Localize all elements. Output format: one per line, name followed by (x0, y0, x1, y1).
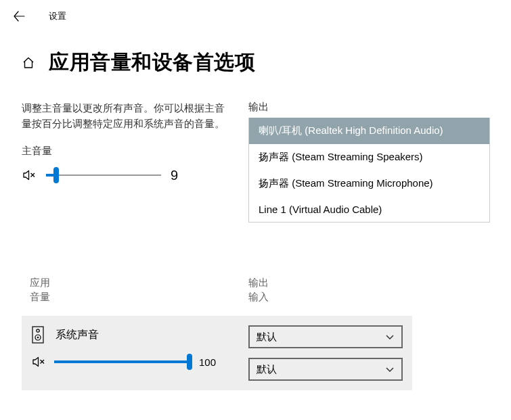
chevron-down-icon (385, 332, 395, 342)
description-text: 调整主音量以更改所有声音。你可以根据主音量按百分比调整特定应用和系统声音的音量。 (22, 101, 225, 131)
master-volume-label: 主音量 (22, 145, 248, 158)
master-volume-slider[interactable] (46, 167, 161, 183)
output-option[interactable]: 扬声器 (Steam Streaming Speakers) (249, 144, 489, 170)
app-name: 系统声音 (55, 328, 99, 342)
back-button[interactable] (5, 3, 32, 30)
left-column: 调整主音量以更改所有声音。你可以根据主音量按百分比调整特定应用和系统声音的音量。… (22, 101, 248, 223)
th-output: 输出 (248, 275, 489, 289)
app-input-select[interactable]: 默认 (248, 358, 403, 381)
output-option[interactable]: Line 1 (Virtual Audio Cable) (249, 197, 489, 222)
page-header: 应用音量和设备首选项 (0, 32, 511, 85)
page-title: 应用音量和设备首选项 (49, 49, 255, 76)
output-dropdown-expanded[interactable]: 喇叭/耳机 (Realtek High Definition Audio)扬声器… (248, 118, 490, 223)
speaker-muted-icon (32, 354, 47, 369)
output-label: 输出 (248, 101, 490, 114)
table-headers: 应用 音量 输出 输入 (22, 275, 489, 304)
home-icon (22, 56, 35, 70)
back-arrow-icon (13, 10, 25, 22)
th-app: 应用 (30, 275, 248, 289)
output-option[interactable]: 喇叭/耳机 (Realtek High Definition Audio) (249, 118, 489, 144)
chevron-down-icon (385, 365, 395, 374)
master-volume-value: 9 (171, 168, 178, 183)
master-mute-button[interactable] (22, 167, 38, 183)
right-column: 输出 喇叭/耳机 (Realtek High Definition Audio)… (248, 101, 490, 223)
app-title: 设置 (49, 10, 66, 22)
app-output-select[interactable]: 默认 (248, 325, 403, 348)
th-input: 输入 (248, 289, 489, 304)
system-sounds-icon (31, 325, 45, 344)
app-mute-button[interactable] (31, 354, 47, 370)
app-output-selected: 默认 (257, 331, 277, 344)
app-table: 应用 音量 输出 输入 系统声音 (0, 275, 511, 390)
th-volume: 音量 (30, 289, 248, 304)
home-button[interactable] (22, 56, 35, 70)
app-volume-value: 100 (199, 356, 216, 368)
table-row: 系统声音 100 默认 (22, 316, 412, 390)
speaker-muted-icon (22, 168, 37, 183)
output-option[interactable]: 扬声器 (Steam Streaming Microphone) (249, 170, 489, 197)
svg-point-1 (37, 329, 39, 332)
svg-point-3 (37, 337, 39, 339)
speaker-device-icon (32, 326, 44, 344)
master-volume-row: 9 (22, 167, 248, 183)
titlebar: 设置 (0, 0, 511, 32)
app-input-selected: 默认 (257, 363, 277, 376)
app-volume-slider[interactable] (54, 354, 190, 370)
